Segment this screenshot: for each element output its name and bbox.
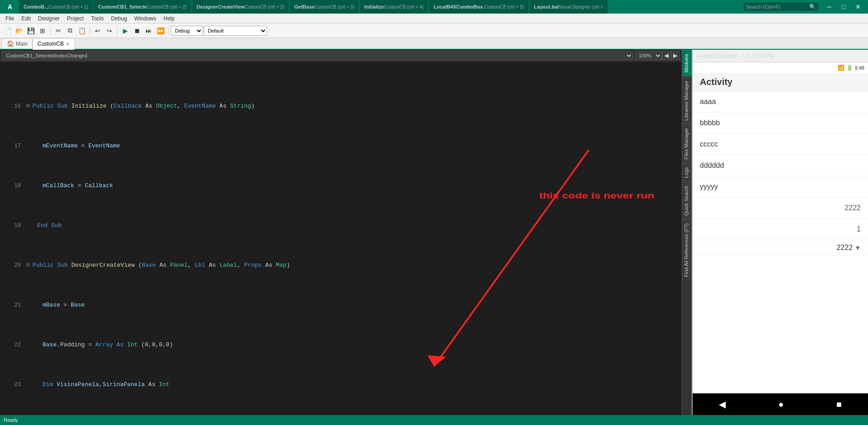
redo-button[interactable]: ↪ (104, 25, 115, 36)
separator (50, 26, 51, 35)
title-tab-4[interactable]: Initialize CustomCB (ctrl + 4) (360, 0, 428, 14)
menu-help[interactable]: Help (160, 14, 179, 23)
nav-back-button[interactable]: ◀ (662, 51, 671, 60)
list-item-aaaa: aaaa (693, 91, 868, 113)
sidebar-tab-quicksearch[interactable]: Quick Search (682, 182, 692, 219)
sidebar-tab-files[interactable]: Files Manager (682, 124, 692, 163)
dropdown-value: 2222 (837, 244, 853, 252)
undo-button[interactable]: ↩ (92, 25, 103, 36)
list-item-1: 1 (693, 219, 868, 240)
separator3 (117, 26, 118, 35)
zoom-select[interactable]: 100% (635, 51, 662, 60)
copy-button[interactable]: ⧉ (65, 25, 75, 36)
separator2 (90, 26, 90, 35)
code-content: 16 ⊟ Public Sub Initialize (Callback As … (0, 61, 682, 415)
menu-edit[interactable]: Edit (18, 14, 34, 23)
title-tab-6[interactable]: Layout.bal Visual Designer (ctrl + (529, 0, 608, 14)
title-tab-1[interactable]: CustomCB1_Selecte CustomCB (ctrl + 2) (94, 0, 191, 14)
search-box[interactable]: 🔍 (743, 2, 819, 12)
sidebar-tab-logs[interactable]: Logs (682, 163, 692, 182)
tab-customcb[interactable]: CustomCB ✕ (33, 38, 75, 50)
line-18: 18 mCallBack = Callback (0, 181, 682, 191)
search-input[interactable] (746, 4, 809, 9)
build-config-select[interactable]: Debug Release (171, 26, 203, 36)
separator4 (168, 26, 169, 35)
android-dropdown[interactable]: 2222 ▼ (837, 244, 861, 252)
bottom-status-bar: Ready (0, 415, 868, 425)
menu-designer[interactable]: Designer (34, 14, 63, 23)
stop-button[interactable]: ⏹ (132, 25, 142, 36)
menu-file[interactable]: File (2, 14, 18, 23)
code-scroll[interactable]: 16 ⊟ Public Sub Initialize (Callback As … (0, 61, 682, 415)
close-button[interactable]: ✕ (852, 2, 864, 11)
paste-button[interactable]: 📋 (76, 25, 87, 36)
menu-project[interactable]: Project (63, 14, 87, 23)
method-dropdown[interactable]: CustomCB1_SelectedIndexChanged (2, 51, 633, 60)
cut-button[interactable]: ✂ (53, 25, 64, 36)
wifi-icon: 📶 (838, 65, 844, 71)
sidebar-tab-findall[interactable]: Find All References (F7) (682, 219, 692, 281)
toolbar: 📄 📂 💾 ⊞ ✂ ⧉ 📋 ↩ ↪ ▶ ⏹ ⏭ ⏩ Debug Release … (0, 24, 868, 38)
title-tab-0[interactable]: ComboB... CustomCB (ctrl + 1) (19, 0, 93, 14)
line-20: 20 ⊟ Public Sub DesignerCreateView (Base… (0, 260, 682, 270)
nav-back-button[interactable]: ◀ (715, 395, 729, 413)
tab-main[interactable]: 🏠 Main (2, 38, 33, 49)
android-title-bar: Activity (693, 73, 868, 91)
line-19: 19 End Sub (0, 221, 682, 231)
title-bar: A ComboB... CustomCB (ctrl + 1) CustomCB… (0, 0, 868, 14)
grid-button[interactable]: ⊞ (37, 25, 48, 36)
app-icon: A (4, 0, 16, 13)
title-tab-5[interactable]: LocalB4XComboBox. CustomCB (ctrl + 5) (429, 0, 528, 14)
line-17: 17 mEventName = EventName (0, 141, 682, 151)
tab-main-label: Main (16, 41, 28, 47)
step-button[interactable]: ⏭ (143, 25, 154, 36)
nav-fwd-button[interactable]: ▶ (671, 51, 680, 60)
minimize-button[interactable]: ─ (823, 2, 835, 11)
dropdown-arrow-icon: ▼ (854, 244, 861, 251)
list-item-yyyyy: yyyyy (693, 176, 868, 198)
code-panel: CustomCB1_SelectedIndexChanged 100% ◀ ▶ … (0, 50, 682, 415)
resume-button[interactable]: ⏩ (155, 25, 166, 36)
tab-bar: 🏠 Main CustomCB ✕ (0, 38, 868, 50)
list-item-dddddd: dddddd (693, 155, 868, 176)
line-16: 16 ⊟ Public Sub Initialize (Callback As … (0, 101, 682, 111)
nav-recent-button[interactable]: ■ (833, 396, 845, 413)
emulator-title-bar: Android Emulator - LG_G3:5554 (693, 50, 868, 62)
menu-debug[interactable]: Debug (107, 14, 130, 23)
open-button[interactable]: 📂 (14, 25, 24, 36)
new-button[interactable]: 📄 (2, 25, 13, 36)
title-tab-2[interactable]: DesignerCreateView CustomCB (ctrl + 2) (192, 0, 289, 14)
android-dropdown-row: 2222 ▼ (693, 240, 868, 256)
tab-customcb-label: CustomCB (38, 41, 64, 47)
android-list: aaaa bbbbb ccccc dddddd yyyyy 2222 1 222… (693, 91, 868, 393)
activity-title: Activity (700, 77, 732, 87)
nav-home-button[interactable]: ● (774, 396, 787, 413)
line-22: 22 Base.Padding = Array As Int (0,0,0,0) (0, 340, 682, 350)
emulator-panel: Android Emulator - LG_G3:5554 📶 🔋 9:48 A… (692, 50, 868, 415)
emulator-title-label: Android Emulator - LG_G3:5554 (696, 53, 774, 59)
sidebar-tab-libraries[interactable]: Libraries Manager (682, 76, 692, 124)
run-button[interactable]: ▶ (120, 25, 131, 36)
menu-tools[interactable]: Tools (87, 14, 107, 23)
menu-bar: File Edit Designer Project Tools Debug W… (0, 14, 868, 24)
title-tab-3[interactable]: GetBase CustomCB (ctrl + 3) (290, 0, 359, 14)
android-screen: 📶 🔋 9:48 Activity aaaa bbbbb ccccc ddddd… (693, 62, 868, 415)
right-sidebar: Modules Libraries Manager Files Manager … (682, 50, 692, 415)
line-23: 23 Dim VisinaPanela,SirinaPanela As Int (0, 380, 682, 390)
save-button[interactable]: 💾 (25, 25, 36, 36)
status-time: 9:48 (855, 65, 864, 71)
battery-icon: 🔋 (846, 65, 853, 71)
menu-windows[interactable]: Windows (131, 14, 160, 23)
search-icon: 🔍 (809, 4, 816, 10)
android-status-bar: 📶 🔋 9:48 (693, 62, 868, 73)
maximize-button[interactable]: □ (837, 2, 850, 11)
line-21: 21 mBase = Base (0, 300, 682, 310)
home-icon: 🏠 (7, 40, 14, 47)
close-tab-icon[interactable]: ✕ (66, 41, 70, 47)
editor-container: CustomCB1_SelectedIndexChanged 100% ◀ ▶ … (0, 50, 868, 415)
list-item-bbbbb: bbbbb (693, 113, 868, 134)
window-controls: ─ □ ✕ (823, 2, 864, 11)
code-header: CustomCB1_SelectedIndexChanged 100% ◀ ▶ (0, 50, 682, 61)
device-select[interactable]: Default (204, 26, 267, 36)
sidebar-tab-modules[interactable]: Modules (682, 50, 692, 76)
